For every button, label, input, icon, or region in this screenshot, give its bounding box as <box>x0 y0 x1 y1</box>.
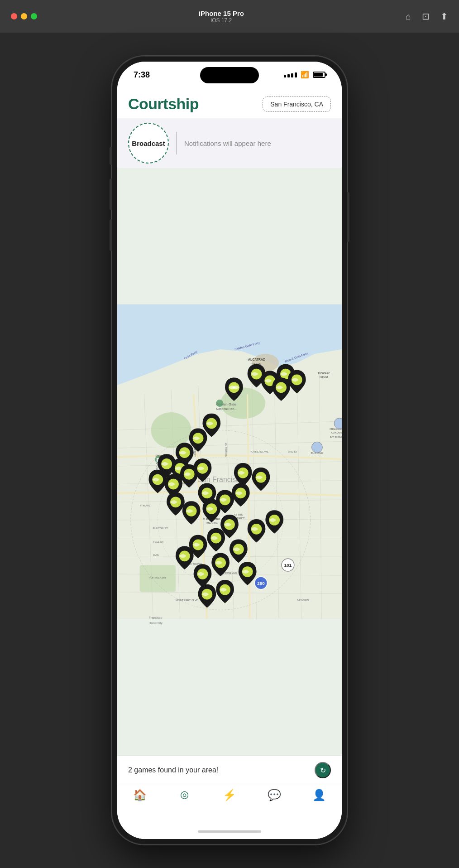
broadcast-bar: Broadcast Notifications will appear here <box>117 118 342 168</box>
svg-text:ASTRO: ASTRO <box>234 513 244 516</box>
traffic-lights <box>11 13 37 19</box>
app-header: Courtship San Francisco, CA <box>117 88 342 118</box>
home-bar <box>198 830 261 833</box>
tab-profile[interactable]: 👤 <box>297 789 342 801</box>
status-bar: 7:38 📶 <box>117 62 342 88</box>
mac-device-info: iPhone 15 Pro iOS 17.2 <box>46 10 397 24</box>
svg-text:OAKLAND: OAKLAND <box>331 431 342 434</box>
wifi-icon: 📶 <box>301 71 309 79</box>
signal-icon <box>284 72 297 77</box>
tab-bar: 🏠 ◎ ⚡ 💬 👤 <box>117 783 342 824</box>
svg-text:OAK: OAK <box>153 554 159 556</box>
svg-text:PORTOLA DR: PORTOLA DR <box>148 576 166 579</box>
screenshot-mac-icon[interactable]: ⊡ <box>422 11 430 22</box>
map-svg: ALCATRAZ ISLAND San Francisco Treasure I… <box>117 168 342 755</box>
broadcast-button[interactable]: Broadcast <box>128 123 169 164</box>
tab-explore[interactable]: ◎ <box>162 789 207 800</box>
svg-text:MONTEREY BLVD: MONTEREY BLVD <box>176 599 198 602</box>
phone-wrapper: 7:38 📶 <box>0 33 459 868</box>
svg-text:POTRERO AVE: POTRERO AVE <box>250 450 269 453</box>
svg-text:University: University <box>148 622 163 625</box>
lightning-tab-icon: ⚡ <box>223 789 236 801</box>
side-button-power <box>347 192 349 242</box>
svg-text:FELL ST: FELL ST <box>153 540 164 543</box>
svg-text:3RD ST: 3RD ST <box>288 450 297 453</box>
status-icons: 📶 <box>284 71 325 79</box>
app-content: Courtship San Francisco, CA Broadcast No… <box>117 88 342 839</box>
svg-text:GOUGH ST: GOUGH ST <box>225 443 228 457</box>
chat-tab-icon: 💬 <box>268 789 281 801</box>
explore-tab-icon: ◎ <box>180 789 189 800</box>
svg-text:7TH AVE: 7TH AVE <box>140 504 151 507</box>
svg-text:BAY BRIDGE: BAY BRIDGE <box>330 435 342 438</box>
svg-text:BAYVIEW: BAYVIEW <box>297 599 309 602</box>
svg-text:National Rec...: National Rec... <box>216 407 237 410</box>
broadcast-notification: Notifications will appear here <box>184 140 331 147</box>
mac-toolbar: iPhone 15 Pro iOS 17.2 ⌂ ⊡ ⬆ <box>0 0 459 33</box>
tab-lightning[interactable]: ⚡ <box>207 789 252 801</box>
mac-device-os: iOS 17.2 <box>46 17 397 24</box>
svg-point-72 <box>312 442 323 453</box>
svg-point-19 <box>151 412 191 448</box>
tab-chat[interactable]: 💬 <box>252 789 297 801</box>
bottom-bar: 2 games found in your area! ↻ <box>117 755 342 783</box>
svg-text:Island: Island <box>320 376 328 379</box>
svg-text:FULTON ST: FULTON ST <box>153 527 168 530</box>
mac-controls: ⌂ ⊡ ⬆ <box>406 11 448 22</box>
svg-text:Francisco: Francisco <box>148 616 162 619</box>
side-button-vol-up <box>110 178 112 210</box>
side-button-mute <box>110 147 112 165</box>
profile-tab-icon: 👤 <box>312 789 326 801</box>
tab-home[interactable]: 🏠 <box>117 789 162 801</box>
phone-outer: 7:38 📶 <box>112 56 347 844</box>
location-button[interactable]: San Francisco, CA <box>263 96 331 112</box>
traffic-light-yellow[interactable] <box>21 13 27 19</box>
phone-screen: 7:38 📶 <box>117 62 342 839</box>
home-tab-icon: 🏠 <box>133 789 147 801</box>
svg-point-71 <box>216 400 223 407</box>
side-button-vol-down <box>110 219 112 251</box>
traffic-light-green[interactable] <box>31 13 37 19</box>
home-mac-icon[interactable]: ⌂ <box>406 11 411 22</box>
svg-text:ALCATRAZ: ALCATRAZ <box>248 358 265 361</box>
map-container[interactable]: ALCATRAZ ISLAND San Francisco Treasure I… <box>117 168 342 755</box>
mac-device-name: iPhone 15 Pro <box>46 10 397 17</box>
dynamic-island <box>200 67 259 83</box>
home-indicator <box>117 824 342 839</box>
refresh-button[interactable]: ↻ <box>315 762 331 778</box>
traffic-light-red[interactable] <box>11 13 17 19</box>
games-found-text: 2 games found in your area! <box>128 766 218 774</box>
status-time: 7:38 <box>134 70 150 80</box>
broadcast-divider <box>176 132 177 154</box>
svg-text:Treasure: Treasure <box>318 371 330 375</box>
battery-icon <box>313 72 325 78</box>
app-title: Courtship <box>128 95 199 113</box>
svg-text:101: 101 <box>284 563 292 568</box>
desktop-chrome: iPhone 15 Pro iOS 17.2 ⌂ ⊡ ⬆ 7:38 <box>0 0 459 868</box>
share-mac-icon[interactable]: ⬆ <box>440 11 448 22</box>
svg-text:280: 280 <box>257 581 265 586</box>
